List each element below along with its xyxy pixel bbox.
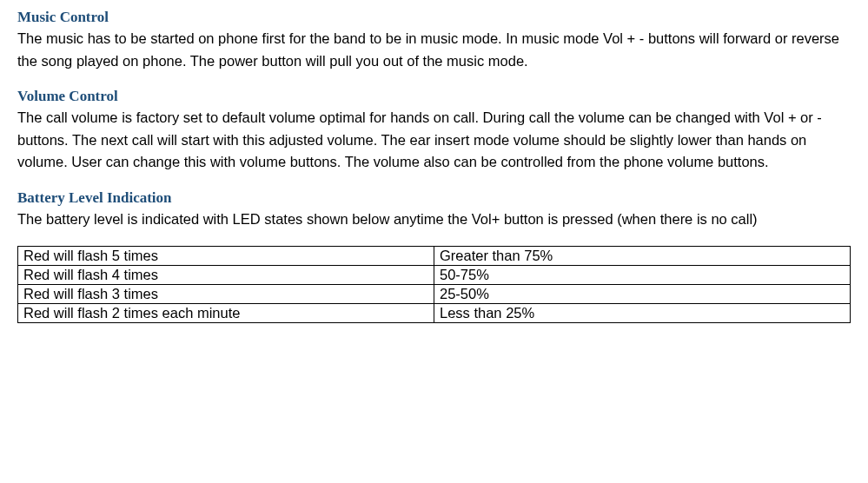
battery-level-heading: Battery Level Indication [17, 189, 851, 207]
battery-level-cell: 25-50% [434, 285, 851, 304]
battery-level-table: Red will flash 5 times Greater than 75% … [17, 246, 851, 323]
battery-level-cell: Less than 25% [434, 304, 851, 323]
led-state-cell: Red will flash 5 times [18, 247, 434, 266]
led-state-cell: Red will flash 4 times [18, 266, 434, 285]
battery-level-cell: 50-75% [434, 266, 851, 285]
battery-level-section: Battery Level Indication The battery lev… [17, 189, 851, 231]
table-row: Red will flash 3 times 25-50% [18, 285, 851, 304]
music-control-body: The music has to be started on phone fir… [17, 28, 851, 72]
volume-control-section: Volume Control The call volume is factor… [17, 88, 851, 174]
table-row: Red will flash 4 times 50-75% [18, 266, 851, 285]
volume-control-body: The call volume is factory set to defaul… [17, 107, 851, 174]
table-row: Red will flash 5 times Greater than 75% [18, 247, 851, 266]
volume-control-heading: Volume Control [17, 88, 851, 105]
led-state-cell: Red will flash 2 times each minute [18, 304, 434, 323]
battery-level-body: The battery level is indicated with LED … [17, 208, 851, 231]
table-row: Red will flash 2 times each minute Less … [18, 304, 851, 323]
music-control-heading: Music Control [17, 9, 851, 26]
battery-level-cell: Greater than 75% [434, 247, 851, 266]
led-state-cell: Red will flash 3 times [18, 285, 434, 304]
music-control-section: Music Control The music has to be starte… [17, 9, 851, 72]
